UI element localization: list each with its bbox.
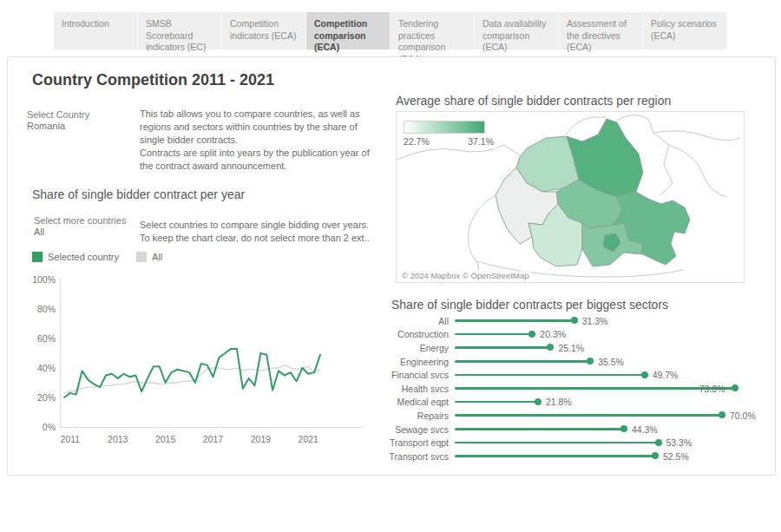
legend-swatch	[32, 252, 43, 262]
svg-text:2013: 2013	[108, 434, 128, 444]
sector-value-label: 53.3%	[666, 437, 692, 448]
tab-bar: IntroductionSMSB Scoreboard indicators (…	[54, 12, 729, 49]
sector-row-health-svcs[interactable]: Health svcs73.3%	[383, 382, 771, 396]
tab-competition-indicators-eca[interactable]: Competition indicators (ECA)	[222, 12, 306, 49]
svg-text:0%: 0%	[43, 422, 56, 432]
yearly-chart-title: Share of single bidder contract per year	[32, 187, 245, 201]
sector-dot[interactable]	[528, 331, 535, 338]
svg-text:2015: 2015	[155, 434, 176, 444]
hint-line-2: To keep the chart clear, do not select m…	[140, 233, 370, 243]
yearly-chart-hint: Select countries to compare single biddi…	[140, 219, 391, 245]
sectors-lollipop-chart[interactable]: All31.3%Construction20.3%Energy25.1%Engi…	[383, 314, 771, 463]
sector-row-construction[interactable]: Construction20.3%	[383, 328, 771, 342]
tab-label: Policy scenarios (ECA)	[651, 18, 719, 42]
sector-label: Sewage svcs	[383, 424, 455, 435]
sector-dot[interactable]	[732, 384, 738, 391]
sector-value-label: 21.8%	[546, 397, 572, 407]
sector-row-medical-eqpt[interactable]: Medical eqpt21.8%	[383, 396, 771, 410]
sector-dot[interactable]	[620, 425, 627, 432]
sectors-chart-title: Share of single bidder contracts per big…	[391, 298, 668, 312]
tab-label: Introduction	[62, 18, 129, 30]
region-map[interactable]: 22.7% 37.1% © 2024 Mapbox © OpenStreetMa…	[396, 111, 745, 283]
sector-dot[interactable]	[547, 344, 554, 351]
sector-row-financial-svcs[interactable]: Financial svcs49.7%	[383, 368, 771, 382]
select-more-countries-value[interactable]: All	[34, 227, 126, 237]
sector-label: Energy	[383, 343, 455, 353]
sector-label: Engineering	[383, 357, 455, 367]
sector-value-label: 35.5%	[598, 357, 624, 367]
sector-value-label: 73.3%	[699, 384, 725, 394]
sector-line[interactable]: 25.1%	[455, 346, 550, 349]
line-series-selected-country[interactable]	[64, 349, 320, 397]
sector-value-label: 20.3%	[540, 329, 566, 339]
sector-dot[interactable]	[719, 411, 725, 418]
select-country-control[interactable]: Select Country Romania	[27, 109, 89, 131]
svg-text:2011: 2011	[61, 434, 81, 444]
sector-track: 70.0%	[455, 409, 771, 422]
tab-smsb-scoreboard-indicators-ec[interactable]: SMSB Scoreboard indicators (EC)	[138, 12, 222, 49]
sector-dot[interactable]	[641, 371, 648, 378]
legend-swatch	[136, 252, 147, 262]
sector-label: Transport svcs	[383, 451, 455, 462]
sector-line[interactable]: 73.3%	[455, 387, 735, 390]
sector-line[interactable]: 31.3%	[455, 319, 574, 322]
map-attribution[interactable]: © 2024 Mapbox © OpenStreetMap	[400, 271, 531, 280]
sector-label: Repairs	[383, 410, 455, 421]
sector-track: 21.8%	[455, 396, 771, 409]
sector-row-sewage-svcs[interactable]: Sewage svcs44.3%	[383, 423, 771, 437]
tab-assessment-of-the-directives-eca[interactable]: Assessment of the directives (ECA)	[559, 12, 643, 49]
page-title: Country Competition 2011 - 2021	[32, 71, 274, 89]
tab-tendering-practices-comparison-eca[interactable]: Tendering practices comparison (ECA)	[390, 12, 475, 49]
sector-line[interactable]: 35.5%	[455, 360, 590, 363]
tab-policy-scenarios-eca[interactable]: Policy scenarios (ECA)	[643, 12, 727, 49]
tab-label: Data availability comparison (ECA)	[482, 18, 550, 54]
map-legend-max: 37.1%	[468, 136, 494, 147]
sector-dot[interactable]	[571, 317, 578, 324]
yearly-line-chart[interactable]: 0%20%40%60%80%100%2011201320152017201920…	[25, 271, 374, 458]
sector-value-label: 25.1%	[558, 343, 584, 353]
sector-dot[interactable]	[587, 358, 594, 365]
sector-dot[interactable]	[652, 452, 659, 459]
sector-line[interactable]: 49.7%	[455, 374, 645, 377]
select-country-value[interactable]: Romania	[27, 121, 89, 131]
svg-text:2019: 2019	[251, 434, 272, 444]
sector-line[interactable]: 53.3%	[455, 442, 659, 444]
legend-item-selected-country: Selected country	[32, 252, 119, 262]
sector-line[interactable]: 21.8%	[455, 401, 538, 404]
select-more-countries-control[interactable]: Select more countries All	[34, 215, 126, 237]
svg-text:20%: 20%	[37, 392, 56, 403]
sector-dot[interactable]	[655, 439, 662, 446]
svg-text:60%: 60%	[37, 333, 56, 344]
legend-label: Selected country	[48, 252, 119, 262]
sector-line[interactable]: 44.3%	[455, 428, 624, 430]
sector-line[interactable]: 52.5%	[455, 455, 655, 457]
sector-value-label: 70.0%	[730, 410, 756, 421]
svg-text:80%: 80%	[37, 304, 56, 314]
svg-text:100%: 100%	[32, 274, 56, 285]
legend-item-all: All	[136, 252, 162, 262]
tab-label: SMSB Scoreboard indicators (EC)	[146, 18, 213, 54]
tab-description: This tab allows you to compare countries…	[140, 108, 376, 173]
svg-text:40%: 40%	[37, 363, 56, 373]
sector-row-repairs[interactable]: Repairs70.0%	[383, 409, 771, 423]
sector-dot[interactable]	[535, 398, 541, 405]
legend-label: All	[152, 252, 162, 262]
sector-row-energy[interactable]: Energy25.1%	[383, 341, 771, 355]
sector-row-engineering[interactable]: Engineering35.5%	[383, 355, 771, 369]
tab-introduction[interactable]: Introduction	[54, 12, 138, 49]
map-legend-min: 22.7%	[404, 136, 430, 147]
sector-label: Construction	[383, 329, 455, 339]
sector-row-transport-svcs[interactable]: Transport svcs52.5%	[383, 450, 771, 463]
sector-row-transport-eqpt[interactable]: Transport eqpt53.3%	[383, 436, 771, 450]
sector-value-label: 49.7%	[653, 370, 679, 380]
sector-line[interactable]: 70.0%	[455, 414, 722, 417]
tab-competition-comparison-eca[interactable]: Competition comparison (ECA)	[306, 12, 390, 49]
tab-data-availability-comparison-eca[interactable]: Data availability comparison (ECA)	[475, 12, 559, 49]
sector-line[interactable]: 20.3%	[455, 333, 532, 336]
sector-label: Medical eqpt	[383, 397, 455, 407]
sector-value-label: 52.5%	[663, 451, 689, 462]
sector-track: 31.3%	[455, 314, 771, 327]
map-legend-gradient-bar	[404, 121, 485, 134]
sector-row-all[interactable]: All31.3%	[383, 314, 771, 328]
map-title: Average share of single bidder contracts…	[396, 94, 671, 108]
